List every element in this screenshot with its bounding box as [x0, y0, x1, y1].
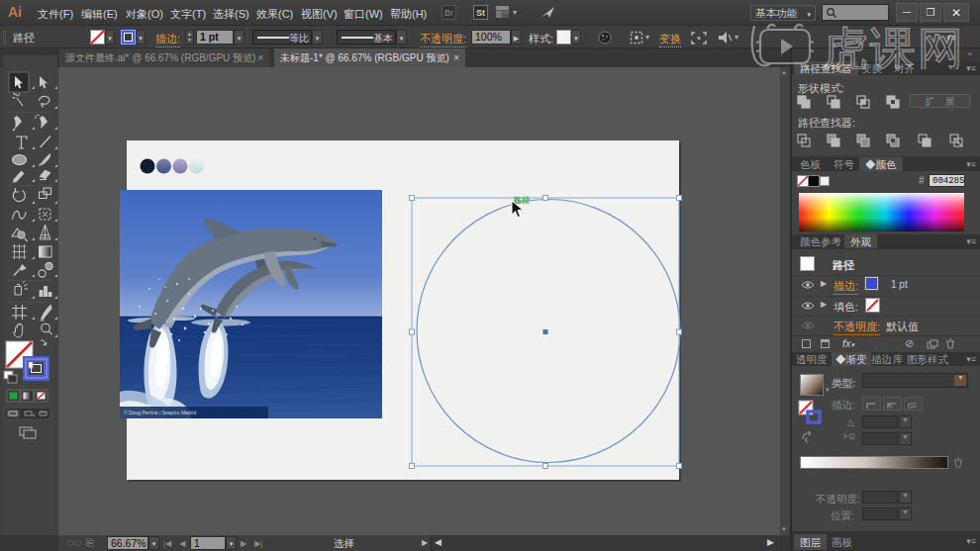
svg-text:虎课网: 虎课网 — [823, 23, 965, 69]
svg-text:© Doug Perrine / Seapics Madri: © Doug Perrine / Seapics Madrid — [124, 410, 196, 415]
